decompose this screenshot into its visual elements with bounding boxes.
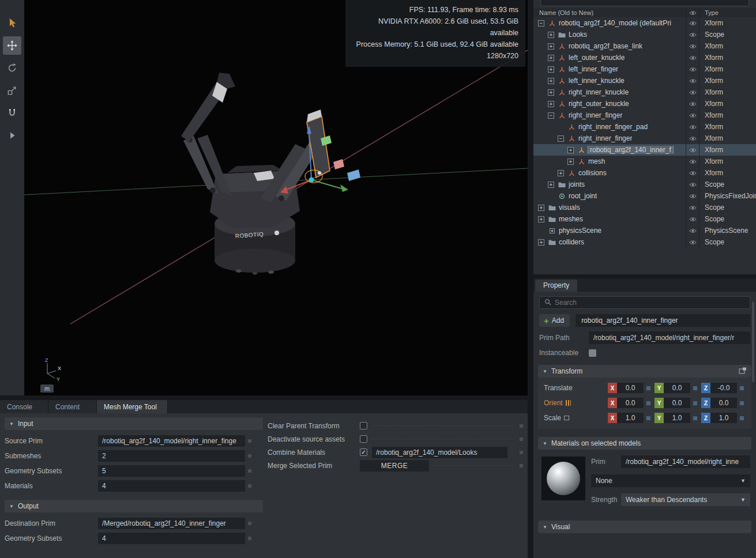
expand-icon[interactable]: + — [538, 239, 544, 246]
visibility-eye-icon[interactable] — [686, 52, 699, 63]
default-state-square[interactable] — [740, 401, 744, 405]
expand-icon[interactable]: + — [558, 170, 564, 176]
expand-icon[interactable]: + — [567, 147, 574, 153]
type-column-header[interactable]: Type — [699, 9, 756, 16]
input-section-header[interactable]: ▼ Input — [5, 417, 263, 430]
translate-z-value[interactable]: -0.0 — [710, 383, 737, 393]
move-tool-button[interactable] — [3, 36, 21, 55]
expand-icon[interactable]: + — [548, 89, 554, 96]
transform-options-icon[interactable] — [739, 367, 747, 376]
translate-y-value[interactable]: 0.0 — [664, 383, 690, 393]
snap-tool-button[interactable] — [3, 104, 21, 122]
visibility-eye-icon[interactable] — [686, 213, 699, 225]
expand-icon[interactable]: + — [538, 205, 544, 211]
orientation-gizmo[interactable]: Z X Y — [39, 356, 66, 382]
scale-tool-button[interactable] — [3, 81, 21, 100]
default-state-square[interactable] — [740, 416, 744, 420]
default-state-square[interactable] — [646, 401, 650, 405]
property-scrollbar[interactable] — [752, 301, 754, 382]
stage-header-row[interactable]: Name (Old to New) Type — [533, 8, 756, 17]
default-state-square[interactable] — [693, 416, 697, 420]
stage-row[interactable]: +right_outer_knuckleXform — [533, 98, 756, 110]
visibility-eye-icon[interactable] — [686, 190, 699, 202]
prim-path-field[interactable]: /robotiq_arg2f_140_model/right_inner_fin… — [589, 331, 750, 344]
visibility-eye-icon[interactable] — [686, 167, 699, 179]
scale-z-value[interactable]: 1.0 — [710, 413, 737, 423]
visibility-eye-icon[interactable] — [686, 144, 699, 156]
prim-name-field[interactable]: robotiq_arg2f_140_inner_finger — [576, 314, 750, 327]
source-prim-field[interactable]: /robotiq_arg2f_140_model/right_inner_fin… — [98, 435, 245, 447]
collapse-icon[interactable]: − — [538, 20, 544, 27]
stage-row[interactable]: +LooksScope — [533, 29, 756, 40]
stage-row[interactable]: right_inner_finger_padXform — [533, 121, 756, 133]
stage-row[interactable]: +meshXform — [533, 156, 756, 167]
visual-section-header[interactable]: ▼ Visual — [538, 521, 751, 533]
translate-x-value[interactable]: 0.0 — [617, 383, 644, 393]
material-select-dropdown[interactable]: None ▼ — [591, 474, 750, 487]
visibility-eye-icon[interactable] — [686, 98, 699, 110]
default-state-square[interactable] — [693, 386, 697, 390]
tab-mesh-merge-tool[interactable]: Mesh Merge Tool — [97, 400, 168, 413]
merge-button[interactable]: MERGE — [360, 460, 429, 472]
visibility-eye-icon[interactable] — [686, 110, 699, 121]
stage-row[interactable]: +visualsScope — [533, 202, 756, 213]
scale-y-value[interactable]: 1.0 — [664, 413, 690, 423]
expand-icon[interactable]: + — [548, 55, 554, 61]
tab-property[interactable]: Property — [535, 280, 577, 292]
visibility-eye-icon[interactable] — [686, 156, 699, 167]
visibility-eye-icon[interactable] — [686, 236, 699, 248]
stage-row[interactable]: +meshesScope — [533, 213, 756, 225]
visibility-eye-icon[interactable] — [686, 121, 699, 133]
stage-row[interactable]: +jointsScope — [533, 179, 756, 190]
visibility-eye-icon[interactable] — [686, 63, 699, 75]
add-button[interactable]: + Add — [539, 314, 570, 327]
unit-badge[interactable]: m — [40, 384, 54, 393]
expand-icon[interactable]: + — [548, 66, 554, 73]
visibility-eye-icon[interactable] — [686, 75, 699, 86]
property-search-input[interactable]: Search — [539, 296, 750, 309]
visibility-eye-icon[interactable] — [686, 133, 699, 144]
submeshes-field[interactable]: 2 — [98, 450, 245, 462]
stage-row[interactable]: root_jointPhysicsFixedJoint — [533, 190, 756, 202]
stage-search-input[interactable] — [540, 0, 749, 6]
orient-z-value[interactable]: 0.0 — [710, 398, 737, 408]
stage-row[interactable]: +left_inner_knuckleXform — [533, 75, 756, 86]
select-tool-button[interactable] — [3, 14, 21, 32]
deactivate-source-assets-checkbox[interactable] — [360, 435, 367, 443]
visibility-eye-icon[interactable] — [686, 86, 699, 98]
geometry-subsets-field[interactable]: 4 — [98, 533, 245, 544]
stage-row[interactable]: −right_inner_fingerXform — [533, 133, 756, 144]
orient-y-value[interactable]: 0.0 — [664, 398, 690, 408]
material-prim-field[interactable]: /robotiq_arg2f_140_model/right_inne — [621, 455, 750, 468]
visibility-eye-icon[interactable] — [686, 17, 699, 29]
destination-prim-field[interactable]: /Merged/robotiq_arg2f_140_inner_finger — [98, 518, 245, 529]
stage-row[interactable]: +collisionsXform — [533, 167, 756, 179]
clear-parent-transform-checkbox[interactable] — [360, 422, 367, 429]
stage-row[interactable]: −right_inner_fingerXform — [533, 110, 756, 121]
expand-icon[interactable]: + — [548, 182, 554, 188]
expand-icon[interactable]: + — [548, 32, 554, 38]
visibility-eye-icon[interactable] — [686, 40, 699, 52]
option-value-field[interactable]: /robotiq_arg2f_140_model/Looks — [372, 447, 507, 458]
expand-icon[interactable]: + — [538, 216, 544, 223]
visibility-eye-icon[interactable] — [686, 202, 699, 213]
stage-row[interactable]: +collidersScope — [533, 236, 756, 248]
expand-icon[interactable]: + — [548, 43, 554, 50]
scale-x-value[interactable]: 1.0 — [617, 413, 644, 423]
combine-materials-checkbox[interactable]: ✓ — [360, 448, 367, 456]
default-state-square[interactable] — [646, 386, 650, 390]
default-state-square[interactable] — [646, 416, 650, 420]
materials-field[interactable]: 4 — [98, 480, 245, 492]
visibility-eye-icon[interactable] — [686, 179, 699, 190]
expand-icon[interactable]: + — [548, 78, 554, 84]
stage-row[interactable]: +right_inner_knuckleXform — [533, 86, 756, 98]
stage-row[interactable]: +left_outer_knuckleXform — [533, 52, 756, 63]
name-column-header[interactable]: Name (Old to New) — [533, 9, 686, 16]
stage-row[interactable]: +robotiq_arg2f_140_inner_fXform — [533, 144, 756, 156]
transform-section-header[interactable]: ▼ Transform — [538, 365, 751, 378]
expand-icon[interactable]: + — [548, 101, 554, 107]
orient-x-value[interactable]: 0.0 — [617, 398, 644, 408]
tab-console[interactable]: Console — [0, 400, 48, 413]
default-state-square[interactable] — [693, 401, 697, 405]
expand-icon[interactable]: + — [567, 159, 574, 165]
